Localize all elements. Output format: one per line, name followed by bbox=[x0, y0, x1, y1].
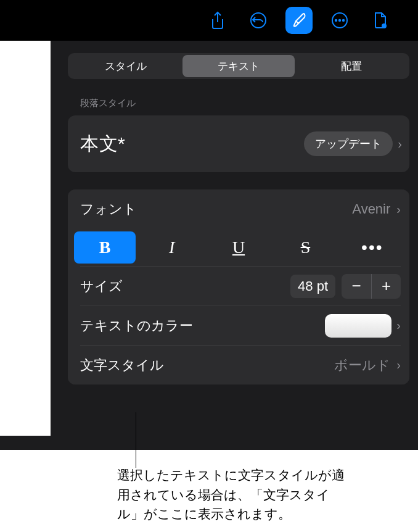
svg-point-3 bbox=[339, 20, 340, 21]
undo-button[interactable] bbox=[238, 0, 279, 41]
font-label: フォント bbox=[80, 200, 352, 218]
svg-point-5 bbox=[382, 23, 387, 28]
character-style-label: 文字スタイル bbox=[80, 356, 334, 375]
bold-button[interactable]: B bbox=[74, 231, 136, 264]
chevron-right-icon: › bbox=[396, 318, 401, 333]
toolbar bbox=[0, 0, 418, 41]
underline-button[interactable]: U bbox=[208, 231, 269, 264]
undo-icon bbox=[249, 11, 268, 30]
paragraph-style-row[interactable]: 本文* アップデート › bbox=[68, 115, 409, 172]
format-panel: スタイル テキスト 配置 段落スタイル 本文* アップデート › フォント Av… bbox=[51, 41, 418, 450]
format-button[interactable] bbox=[279, 0, 319, 41]
tab-style[interactable]: スタイル bbox=[70, 55, 182, 77]
text-color-swatch[interactable] bbox=[325, 314, 391, 338]
paragraph-style-name: 本文* bbox=[80, 131, 304, 157]
size-increase-button[interactable]: + bbox=[371, 274, 401, 299]
italic-button[interactable]: I bbox=[141, 231, 202, 264]
panel-tabs: スタイル テキスト 配置 bbox=[68, 53, 409, 79]
more-format-button[interactable]: ••• bbox=[342, 231, 403, 264]
text-format-buttons: B I U S ••• bbox=[68, 229, 409, 266]
chevron-right-icon: › bbox=[396, 358, 401, 372]
document-icon bbox=[372, 11, 388, 30]
more-circle-icon bbox=[330, 11, 349, 30]
share-icon bbox=[210, 11, 225, 30]
size-row: サイズ 48 pt − + bbox=[68, 266, 409, 305]
font-value: Avenir bbox=[352, 201, 390, 217]
tab-arrange[interactable]: 配置 bbox=[295, 55, 408, 77]
font-row[interactable]: フォント Avenir › bbox=[68, 189, 409, 229]
size-stepper: − + bbox=[342, 274, 401, 299]
chevron-right-icon: › bbox=[396, 202, 401, 217]
brush-icon bbox=[290, 12, 308, 29]
size-decrease-button[interactable]: − bbox=[342, 274, 371, 299]
svg-point-2 bbox=[335, 20, 337, 21]
strikethrough-button[interactable]: S bbox=[274, 231, 336, 264]
chevron-right-icon: › bbox=[398, 137, 402, 151]
size-value-field[interactable]: 48 pt bbox=[290, 275, 335, 298]
character-style-row[interactable]: 文字スタイル ボールド › bbox=[68, 345, 409, 384]
more-button[interactable] bbox=[319, 0, 360, 41]
document-button[interactable] bbox=[360, 0, 401, 41]
tab-text[interactable]: テキスト bbox=[182, 55, 295, 77]
text-color-row[interactable]: テキストのカラー › bbox=[68, 305, 409, 345]
document-edge bbox=[0, 41, 51, 436]
text-color-label: テキストのカラー bbox=[80, 317, 325, 335]
callout-line bbox=[136, 412, 136, 468]
size-label: サイズ bbox=[80, 277, 290, 296]
share-button[interactable] bbox=[197, 0, 238, 41]
update-style-button[interactable]: アップデート bbox=[304, 131, 393, 156]
svg-point-4 bbox=[343, 20, 344, 21]
character-style-value: ボールド bbox=[334, 356, 390, 375]
paragraph-style-section-label: 段落スタイル bbox=[68, 98, 409, 109]
callout-text: 選択したテキストに文字スタイルが適用されている場合は、「文字スタイル」がここに表… bbox=[117, 465, 345, 524]
